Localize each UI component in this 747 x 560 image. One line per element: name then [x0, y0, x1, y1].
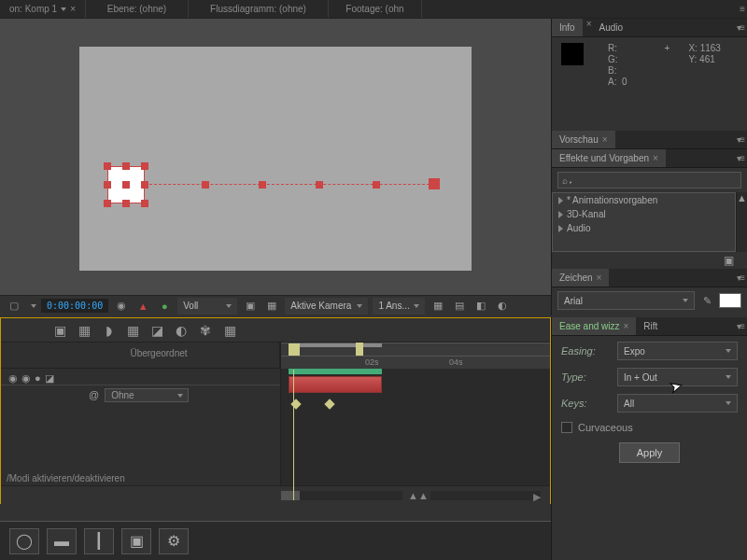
close-icon[interactable]: ×	[623, 321, 628, 331]
panel-menu-icon[interactable]: ▾≡	[737, 22, 743, 33]
tab-info[interactable]: Info	[552, 19, 583, 36]
expand-icon[interactable]: ▬	[47, 528, 77, 554]
tab-footage[interactable]: Footage: (ohn	[329, 0, 422, 18]
easing-label: Easing:	[561, 345, 608, 357]
layout-icon[interactable]: ▣	[121, 528, 151, 554]
solo-icon[interactable]: ●	[35, 372, 41, 381]
layer-bar[interactable]	[289, 376, 382, 393]
viewer-toolbar: ▢ 0:00:00:00 ◉ ▲ ● Voll ▣ ▦ Aktive Kamer…	[0, 295, 551, 315]
zoom-in-icon[interactable]: ▲▲	[408, 490, 429, 501]
apply-button[interactable]: Apply	[619, 442, 681, 463]
views-label: 1 Ans...	[378, 301, 409, 311]
work-area-end[interactable]	[356, 343, 363, 356]
panel-menu-icon[interactable]: ▾≡	[737, 273, 743, 283]
effects-3d-folder[interactable]: 3D-Kanal	[553, 207, 735, 221]
bottom-toolbar: ◯ ▬ ┃ ▣ ⚙	[0, 521, 551, 560]
exposure-icon[interactable]: ◐	[494, 298, 511, 315]
selection-bar[interactable]	[289, 369, 382, 374]
tab-character[interactable]: Zeichen ×	[552, 269, 609, 287]
frame-blend-icon[interactable]: ▦	[124, 322, 141, 339]
col-parent: Übergeordnet	[38, 343, 280, 368]
close-icon[interactable]: ×	[653, 153, 658, 163]
layer-row[interactable]: @ Ohne	[1, 385, 280, 404]
config-icon[interactable]: ▦	[221, 322, 238, 339]
path-end-handle[interactable]	[429, 178, 440, 189]
panel-menu-icon[interactable]: ▾≡	[737, 153, 743, 163]
curvaceous-checkbox[interactable]: Curvaceous	[561, 422, 738, 433]
tab-rift[interactable]: Rift	[636, 317, 665, 335]
keys-dropdown[interactable]: All	[617, 394, 738, 413]
close-icon[interactable]: ×	[70, 4, 76, 14]
lock-icon[interactable]: ◪	[45, 372, 54, 381]
ease-tab-label: Ease and wizz	[559, 321, 619, 331]
motion-path[interactable]	[145, 184, 430, 185]
cti-line[interactable]	[293, 370, 294, 500]
timecode[interactable]: 0:00:00:00	[41, 299, 108, 313]
brainstorm-icon[interactable]: ✾	[197, 322, 214, 339]
power-icon[interactable]: ◯	[9, 528, 39, 554]
effects-panel-tabs: Effekte und Vorgaben × ▾≡	[552, 149, 747, 168]
font-family-dropdown[interactable]: Arial	[557, 291, 695, 310]
zoom-icon[interactable]: ▢	[6, 298, 22, 315]
marker-icon[interactable]: ┃	[84, 528, 114, 554]
checkbox-icon[interactable]	[561, 422, 572, 433]
layer-switches[interactable]: ◉◉●◪	[1, 369, 280, 385]
comp-flow-icon[interactable]: ◧	[472, 298, 489, 315]
eyedropper-icon[interactable]: ✎	[698, 292, 715, 309]
parent-dropdown[interactable]: Ohne	[105, 388, 189, 402]
cti-head[interactable]	[289, 343, 300, 357]
tab-flowchart[interactable]: Flussdiagramm: (ohne)	[189, 0, 329, 18]
keyframe[interactable]	[324, 399, 334, 409]
draft-icon[interactable]: ◐	[173, 322, 190, 339]
effects-search-input[interactable]: ⌕▾	[557, 172, 741, 189]
color-mgmt-icon[interactable]: ●	[156, 298, 173, 315]
info-g: G:	[608, 54, 627, 65]
close-icon[interactable]: ×	[597, 273, 602, 283]
camera-dropdown[interactable]: Aktive Kamera	[285, 298, 368, 315]
shape-square[interactable]	[107, 166, 145, 203]
easing-dropdown[interactable]: Expo	[617, 342, 738, 360]
roi-icon[interactable]: ▣	[242, 298, 259, 315]
composition-viewer[interactable]	[0, 19, 551, 295]
graph-editor-icon[interactable]: ▣	[51, 322, 68, 339]
settings-icon[interactable]: ⚙	[159, 528, 189, 554]
effects-item-label: * Animationsvorgaben	[567, 195, 657, 205]
tab-layer[interactable]: Ebene: (ohne)	[86, 0, 189, 18]
tab-ease-wizz[interactable]: Ease and wizz ×	[552, 317, 636, 335]
time-ruler[interactable]: 02s 04s	[281, 343, 550, 369]
info-panel-tabs: Info× Audio ▾≡	[552, 19, 747, 37]
effects-audio-folder[interactable]: Audio	[553, 221, 735, 235]
audio-toggle-icon[interactable]: ◉	[21, 372, 31, 381]
timeline-tracks[interactable]	[281, 369, 550, 485]
info-y: Y: 461	[688, 54, 720, 65]
timeline-icon[interactable]: ▤	[451, 298, 468, 315]
snap-icon[interactable]: ▦	[76, 322, 92, 339]
snapshot-icon[interactable]: ◉	[113, 298, 130, 315]
tab-effects[interactable]: Effekte und Vorgaben ×	[552, 149, 666, 167]
close-icon[interactable]: ×	[602, 134, 608, 145]
motion-blur-icon[interactable]: ◗	[100, 322, 117, 339]
channel-icon[interactable]: ▲	[134, 298, 151, 315]
video-toggle-icon[interactable]: ◉	[8, 372, 18, 381]
text-color-swatch[interactable]	[719, 293, 741, 308]
grid-icon[interactable]: ▦	[263, 298, 280, 315]
panel-menu-icon[interactable]: ▾≡	[737, 134, 743, 145]
effects-preset-folder[interactable]: * Animationsvorgaben	[553, 193, 735, 207]
3d-icon[interactable]: ◪	[148, 322, 165, 339]
canvas[interactable]	[79, 47, 472, 271]
easing-value: Expo	[624, 346, 645, 357]
resolution-dropdown[interactable]: Voll	[177, 298, 237, 315]
tab-comp[interactable]: on: Komp 1×	[0, 0, 86, 18]
h-scrollbar[interactable]: ▶	[430, 491, 541, 500]
viewer-tabs: on: Komp 1× Ebene: (ohne) Flussdiagramm:…	[0, 0, 747, 19]
pickwhip-icon[interactable]: @	[89, 389, 99, 400]
panel-menu-icon[interactable]: ▾≡	[737, 321, 743, 331]
tab-audio[interactable]: Audio	[592, 19, 631, 36]
panel-menu-icon[interactable]: ≡	[740, 4, 743, 14]
tab-preview[interactable]: Vorschau ×	[552, 131, 615, 148]
work-area-bar[interactable]	[289, 343, 382, 347]
views-dropdown[interactable]: 1 Ans...	[373, 298, 424, 315]
scrollbar[interactable]: ▲	[736, 192, 747, 252]
zoom-slider[interactable]	[281, 491, 402, 500]
fast-preview-icon[interactable]: ▦	[430, 298, 446, 315]
